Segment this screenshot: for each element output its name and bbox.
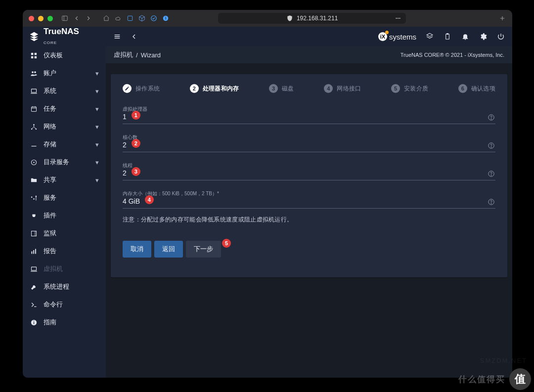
step-label: 操作系统 bbox=[135, 85, 160, 93]
promo: 什么值得买 值 bbox=[458, 368, 531, 390]
minimize-window-button[interactable] bbox=[38, 16, 44, 21]
promo-text: 什么值得买 bbox=[458, 374, 505, 385]
step-3: 3磁盘 bbox=[269, 84, 294, 93]
step-4: 4网络接口 bbox=[324, 84, 361, 93]
cloud-icon[interactable] bbox=[114, 14, 122, 22]
ixsystems-link[interactable]: iX systems bbox=[378, 32, 416, 41]
cube-icon[interactable] bbox=[138, 14, 146, 22]
svg-text:1: 1 bbox=[165, 16, 167, 20]
gear-icon[interactable] bbox=[479, 32, 488, 41]
sidebar-toggle-icon[interactable] bbox=[61, 14, 69, 22]
js-badge-icon[interactable] bbox=[126, 14, 134, 22]
laptop-icon bbox=[30, 265, 38, 273]
sidebar-item-15[interactable]: 指南 bbox=[23, 313, 106, 331]
check-circle-icon[interactable] bbox=[150, 14, 158, 22]
sidebar-item-13[interactable]: 系统进程 bbox=[23, 278, 106, 296]
sidebar-item-6[interactable]: 目录服务▾ bbox=[23, 153, 106, 171]
breadcrumb-sep: / bbox=[136, 51, 138, 59]
sidebar-item-10[interactable]: 监狱 bbox=[23, 224, 106, 242]
step-label: 磁盘 bbox=[282, 85, 294, 93]
back-icon[interactable] bbox=[130, 32, 138, 41]
maximize-window-button[interactable] bbox=[47, 16, 53, 21]
svg-point-56 bbox=[491, 119, 491, 119]
step-2[interactable]: 2处理器和内存 bbox=[190, 84, 239, 93]
power-icon[interactable] bbox=[496, 32, 505, 41]
svg-rect-46 bbox=[31, 251, 32, 254]
truecommand-icon[interactable] bbox=[425, 32, 434, 41]
next-button[interactable]: 下一步 bbox=[186, 241, 221, 258]
chevron-right-icon[interactable] bbox=[85, 14, 92, 22]
svg-rect-18 bbox=[31, 56, 33, 58]
url-bar[interactable]: 192.168.31.211 bbox=[218, 13, 406, 24]
brand[interactable]: TrueNAS CORE bbox=[23, 27, 106, 46]
ix-logo-icon: iX bbox=[378, 32, 387, 41]
sidebar-item-9[interactable]: 插件 bbox=[23, 207, 106, 224]
sidebar-item-11[interactable]: 报告 bbox=[23, 242, 106, 260]
sidebar-item-14[interactable]: 命令行 bbox=[23, 296, 106, 313]
folder-icon bbox=[30, 176, 38, 184]
chevron-left-icon[interactable] bbox=[73, 14, 81, 22]
sidebar-item-label: 系统进程 bbox=[44, 282, 99, 291]
sidebar-item-3[interactable]: 任务▾ bbox=[23, 100, 106, 118]
help-icon[interactable] bbox=[488, 114, 495, 122]
sidebar-item-label: 虚拟机 bbox=[44, 264, 99, 273]
sidebar-item-4[interactable]: 网络▾ bbox=[23, 118, 106, 135]
new-tab-icon[interactable] bbox=[498, 14, 506, 22]
sidebar-item-label: 指南 bbox=[44, 318, 99, 327]
list-icon bbox=[30, 140, 38, 148]
mac-titlebar: 1 192.168.31.211 bbox=[23, 10, 512, 27]
field-memory-input[interactable]: 4 GiB 4 bbox=[123, 197, 484, 206]
field-vcpu-input[interactable]: 1 1 bbox=[123, 113, 484, 122]
breadcrumb-root[interactable]: 虚拟机 bbox=[114, 50, 133, 59]
help-icon[interactable] bbox=[488, 142, 495, 150]
bell-icon[interactable] bbox=[461, 32, 470, 41]
sidebar-item-5[interactable]: 存储▾ bbox=[23, 135, 106, 153]
close-window-button[interactable] bbox=[29, 16, 34, 21]
sidebar-item-label: 网络 bbox=[44, 122, 89, 131]
promo-badge[interactable]: 值 bbox=[509, 368, 531, 390]
sliders-icon bbox=[30, 194, 38, 202]
pencil-icon bbox=[123, 84, 132, 93]
terminal-icon bbox=[30, 301, 38, 308]
svg-point-58 bbox=[491, 147, 491, 147]
chevron-down-icon: ▾ bbox=[95, 87, 99, 95]
reader-icon[interactable] bbox=[394, 14, 402, 22]
svg-rect-48 bbox=[35, 249, 36, 254]
sidebar-item-label: 共享 bbox=[44, 175, 89, 184]
field-cores-input[interactable]: 2 2 bbox=[123, 141, 484, 150]
sidebar-item-label: 服务 bbox=[44, 193, 99, 202]
step-1[interactable]: 操作系统 bbox=[123, 84, 160, 93]
help-icon[interactable] bbox=[488, 170, 495, 178]
mac-window: 1 192.168.31.211 TrueNAS CORE bbox=[23, 10, 512, 378]
step-6: 6确认选项 bbox=[458, 84, 495, 93]
annotation-1: 1 bbox=[132, 111, 140, 120]
one-badge-icon[interactable]: 1 bbox=[162, 14, 170, 22]
sidebar-item-12[interactable]: 虚拟机 bbox=[23, 260, 106, 278]
cancel-button[interactable]: 取消 bbox=[123, 241, 151, 258]
svg-point-7 bbox=[398, 18, 399, 19]
chevron-down-icon: ▾ bbox=[95, 159, 99, 166]
clipboard-icon[interactable] bbox=[443, 32, 452, 41]
svg-point-20 bbox=[32, 71, 34, 73]
home-icon[interactable] bbox=[102, 14, 110, 22]
svg-rect-53 bbox=[33, 322, 34, 324]
step-number: 2 bbox=[190, 84, 199, 93]
svg-rect-22 bbox=[31, 89, 36, 92]
back-button[interactable]: 返回 bbox=[154, 241, 183, 258]
menu-icon[interactable] bbox=[113, 32, 122, 41]
svg-rect-54 bbox=[33, 320, 34, 321]
sidebar-item-0[interactable]: 仪表板 bbox=[23, 46, 106, 64]
help-icon[interactable] bbox=[488, 198, 495, 206]
field-threads-input[interactable]: 2 3 bbox=[123, 169, 484, 178]
sidebar-item-1[interactable]: 账户▾ bbox=[23, 64, 106, 82]
sidebar-item-label: 系统 bbox=[44, 87, 89, 95]
field-memory: 内存大小（例如：500 KiB，500M，2 TB）* 4 GiB 4 bbox=[123, 184, 495, 209]
field-memory-label: 内存大小（例如：500 KiB，500M，2 TB）* bbox=[123, 190, 495, 197]
laptop-icon bbox=[30, 87, 38, 95]
sidebar-item-label: 目录服务 bbox=[44, 158, 89, 167]
sidebar-item-8[interactable]: 服务 bbox=[23, 189, 106, 207]
sidebar-item-2[interactable]: 系统▾ bbox=[23, 82, 106, 100]
sidebar-item-7[interactable]: 共享▾ bbox=[23, 171, 106, 189]
sidebar: 仪表板账户▾系统▾任务▾网络▾存储▾目录服务▾共享▾服务插件监狱报告虚拟机系统进… bbox=[23, 46, 106, 378]
app: TrueNAS CORE iX systems bbox=[23, 27, 512, 378]
